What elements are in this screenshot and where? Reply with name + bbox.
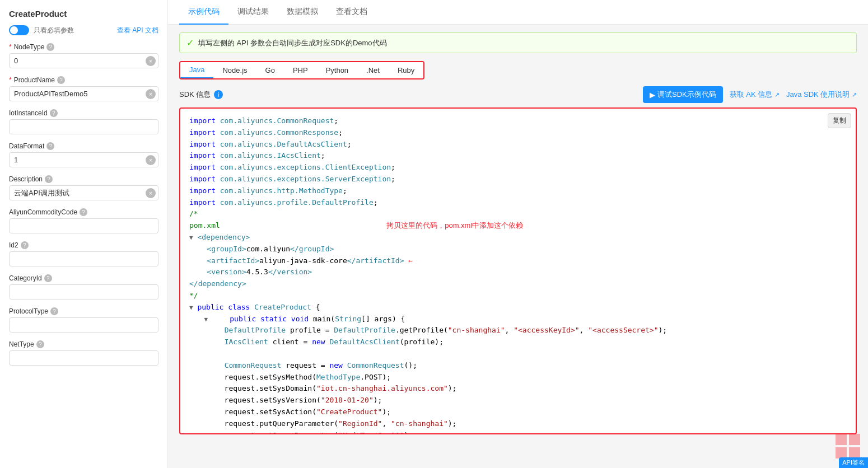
field-description: Description ? × bbox=[9, 175, 158, 200]
aliyuncommoditycode-help-icon[interactable]: ? bbox=[80, 208, 87, 216]
svg-rect-2 bbox=[836, 447, 847, 458]
info-banner: ✓ 填写左侧的 API 参数会自动同步生成对应SDK的Demo代码 bbox=[179, 32, 857, 53]
only-required-label: 只看必填参数 bbox=[34, 26, 74, 35]
nodetype-input[interactable] bbox=[10, 54, 146, 68]
code-content: import com.aliyuncs.CommonRequest; impor… bbox=[189, 115, 847, 433]
annotation-text: 拷贝这里的代码，pom.xml中添加这个依赖 bbox=[386, 221, 523, 230]
description-input-wrapper: × bbox=[9, 185, 158, 200]
lang-tab-net[interactable]: .Net bbox=[357, 62, 389, 78]
api-title: CreateProduct bbox=[9, 9, 158, 18]
nodetype-label: * NodeType ? bbox=[9, 43, 158, 51]
java-sdk-doc-link[interactable]: Java SDK 使用说明 ↗ bbox=[786, 90, 857, 100]
content-area: ✓ 填写左侧的 API 参数会自动同步生成对应SDK的Demo代码 Java N… bbox=[168, 25, 868, 468]
categoryid-label: CategoryId ? bbox=[9, 274, 158, 282]
svg-rect-0 bbox=[836, 434, 847, 445]
sdk-info-label: SDK 信息 bbox=[179, 90, 211, 100]
ak-info-link-text: 获取 AK 信息 bbox=[730, 90, 773, 99]
id2-help-icon[interactable]: ? bbox=[21, 241, 29, 249]
run-sdk-btn-label: 调试SDK示例代码 bbox=[657, 90, 716, 100]
dataformat-input[interactable] bbox=[10, 153, 146, 167]
lang-tab-go[interactable]: Go bbox=[256, 62, 284, 78]
protocoltype-input-wrapper bbox=[9, 317, 158, 333]
collapse-dependency[interactable]: ▼ bbox=[189, 234, 193, 241]
top-tabs: 示例代码 调试结果 数据模拟 查看文档 bbox=[168, 0, 868, 25]
right-panel: 示例代码 调试结果 数据模拟 查看文档 ✓ 填写左侧的 API 参数会自动同步生… bbox=[168, 0, 868, 468]
description-help-icon[interactable]: ? bbox=[45, 175, 53, 183]
field-categoryid: CategoryId ? bbox=[9, 274, 158, 299]
copy-btn[interactable]: 复制 bbox=[828, 113, 851, 128]
ak-info-link[interactable]: 获取 AK 信息 ↗ bbox=[730, 90, 780, 100]
sdk-info-left: SDK 信息 i bbox=[179, 90, 223, 100]
field-id2: Id2 ? bbox=[9, 241, 158, 266]
field-aliyuncommoditycode: AliyunCommodityCode ? bbox=[9, 208, 158, 233]
lang-tab-php[interactable]: PHP bbox=[284, 62, 317, 78]
tab-data-simulate[interactable]: 数据模拟 bbox=[278, 0, 327, 25]
svg-rect-3 bbox=[849, 447, 860, 458]
nettype-input-wrapper bbox=[9, 350, 158, 366]
info-banner-text: 填写左侧的 API 参数会自动同步生成对应SDK的Demo代码 bbox=[198, 38, 387, 48]
iotinstanceid-label: IotInstanceId ? bbox=[9, 109, 158, 117]
id2-input[interactable] bbox=[9, 251, 158, 266]
dataformat-clear-btn[interactable]: × bbox=[146, 155, 156, 165]
field-nettype: NetType ? bbox=[9, 340, 158, 366]
protocoltype-label: ProtocolType ? bbox=[9, 307, 158, 315]
dataformat-label: DataFormat ? bbox=[9, 142, 158, 150]
lang-tab-java[interactable]: Java bbox=[180, 62, 213, 78]
run-sdk-btn[interactable]: ▶ 调试SDK示例代码 bbox=[643, 86, 723, 103]
tab-debug-result[interactable]: 调试结果 bbox=[228, 0, 278, 25]
nettype-input[interactable] bbox=[9, 350, 158, 366]
aliyuncommoditycode-input[interactable] bbox=[9, 218, 158, 233]
lang-tab-nodejs[interactable]: Node.js bbox=[213, 62, 256, 78]
description-clear-btn[interactable]: × bbox=[146, 188, 156, 198]
nodetype-clear-btn[interactable]: × bbox=[146, 56, 156, 66]
api-badge: API签名 bbox=[839, 457, 868, 468]
iotinstanceid-input[interactable] bbox=[9, 119, 158, 134]
field-productname: * ProductName ? × bbox=[9, 76, 158, 101]
categoryid-input-wrapper bbox=[9, 284, 158, 299]
nettype-help-icon[interactable]: ? bbox=[36, 340, 44, 348]
lang-tab-python[interactable]: Python bbox=[317, 62, 357, 78]
java-sdk-doc-link-text: Java SDK 使用说明 bbox=[786, 90, 850, 99]
collapse-main[interactable]: ▼ bbox=[189, 316, 208, 323]
external-link-icon: ↗ bbox=[774, 91, 780, 98]
protocoltype-help-icon[interactable]: ? bbox=[50, 307, 58, 315]
play-icon: ▶ bbox=[650, 91, 655, 99]
only-required-row: 只看必填参数 查看 API 文档 bbox=[9, 25, 158, 35]
aliyuncommoditycode-input-wrapper bbox=[9, 218, 158, 233]
field-nodetype: * NodeType ? × bbox=[9, 43, 158, 68]
field-iotinstanceid: IotInstanceId ? bbox=[9, 109, 158, 134]
only-required-toggle[interactable] bbox=[9, 25, 29, 35]
productname-input[interactable] bbox=[10, 87, 146, 101]
id2-label: Id2 ? bbox=[9, 241, 158, 249]
arrow-annotation: ← bbox=[408, 256, 413, 265]
collapse-class[interactable]: ▼ bbox=[189, 304, 193, 311]
nodetype-help-icon[interactable]: ? bbox=[46, 43, 54, 51]
field-dataformat: DataFormat ? × bbox=[9, 142, 158, 167]
protocoltype-input[interactable] bbox=[9, 317, 158, 333]
productname-clear-btn[interactable]: × bbox=[146, 89, 156, 99]
svg-rect-1 bbox=[849, 434, 860, 445]
description-input[interactable] bbox=[10, 186, 146, 200]
external-link-icon-2: ↗ bbox=[852, 91, 857, 98]
iotinstanceid-help-icon[interactable]: ? bbox=[50, 109, 58, 117]
sdk-info-help-icon[interactable]: i bbox=[214, 90, 223, 99]
nodetype-input-wrapper: × bbox=[9, 53, 158, 68]
code-block-wrapper: 复制 import com.aliyuncs.CommonRequest; im… bbox=[179, 107, 857, 434]
productname-help-icon[interactable]: ? bbox=[57, 76, 65, 84]
code-block: import com.aliyuncs.CommonRequest; impor… bbox=[180, 109, 856, 433]
categoryid-input[interactable] bbox=[9, 284, 158, 299]
api-doc-link[interactable]: 查看 API 文档 bbox=[117, 26, 158, 35]
tab-example-code[interactable]: 示例代码 bbox=[179, 0, 228, 25]
lang-tabs-container: Java Node.js Go PHP Python .Net Ruby bbox=[179, 61, 424, 79]
check-icon: ✓ bbox=[186, 38, 194, 48]
dataformat-help-icon[interactable]: ? bbox=[46, 142, 54, 150]
tab-view-docs[interactable]: 查看文档 bbox=[327, 0, 376, 25]
nettype-label: NetType ? bbox=[9, 340, 158, 348]
categoryid-help-icon[interactable]: ? bbox=[44, 274, 52, 282]
lang-tab-ruby[interactable]: Ruby bbox=[389, 62, 423, 78]
iotinstanceid-input-wrapper bbox=[9, 119, 158, 134]
field-protocoltype: ProtocolType ? bbox=[9, 307, 158, 333]
left-panel: CreateProduct 只看必填参数 查看 API 文档 * NodeTyp… bbox=[0, 0, 168, 468]
dataformat-input-wrapper: × bbox=[9, 152, 158, 167]
sdk-info-bar: SDK 信息 i ▶ 调试SDK示例代码 获取 AK 信息 ↗ Java SDK… bbox=[179, 86, 857, 103]
